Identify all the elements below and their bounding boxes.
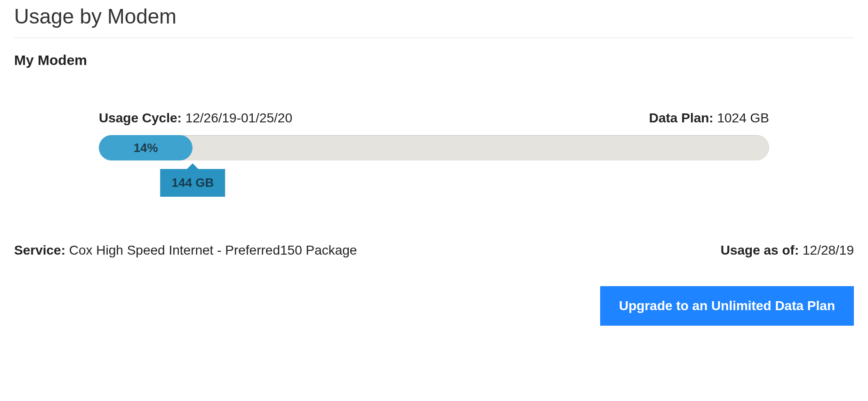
progress-percent-text: 14% <box>134 141 158 155</box>
data-plan-label: Data Plan: <box>649 111 714 125</box>
page-title: Usage by Modem <box>14 5 854 28</box>
service-info: Service: Cox High Speed Internet - Prefe… <box>14 243 357 258</box>
usage-as-of-value: 12/28/19 <box>803 243 854 257</box>
usage-as-of-label: Usage as of: <box>721 243 799 257</box>
progress-track: 14% <box>99 135 769 160</box>
divider <box>14 38 854 38</box>
progress-fill: 14% <box>99 135 193 160</box>
service-label: Service: <box>14 243 65 257</box>
usage-cycle-label: Usage Cycle: <box>99 111 182 125</box>
usage-cycle-value: 12/26/19-01/25/20 <box>185 111 292 125</box>
usage-progress: 14% 144 GB <box>99 135 769 160</box>
usage-header: Usage Cycle: 12/26/19-01/25/20 Data Plan… <box>99 111 769 126</box>
cta-row: Upgrade to an Unlimited Data Plan <box>14 286 854 326</box>
data-plan-value: 1024 GB <box>717 111 769 125</box>
usage-cycle: Usage Cycle: 12/26/19-01/25/20 <box>99 111 292 126</box>
usage-tooltip: 144 GB <box>161 169 225 197</box>
usage-section: Usage Cycle: 12/26/19-01/25/20 Data Plan… <box>14 111 854 160</box>
upgrade-button[interactable]: Upgrade to an Unlimited Data Plan <box>600 286 854 326</box>
usage-amount-text: 144 GB <box>172 176 214 190</box>
modem-name: My Modem <box>14 52 854 68</box>
usage-as-of: Usage as of: 12/28/19 <box>721 243 854 258</box>
info-row: Service: Cox High Speed Internet - Prefe… <box>14 243 854 258</box>
service-value: Cox High Speed Internet - Preferred150 P… <box>69 243 357 257</box>
data-plan: Data Plan: 1024 GB <box>649 111 769 126</box>
